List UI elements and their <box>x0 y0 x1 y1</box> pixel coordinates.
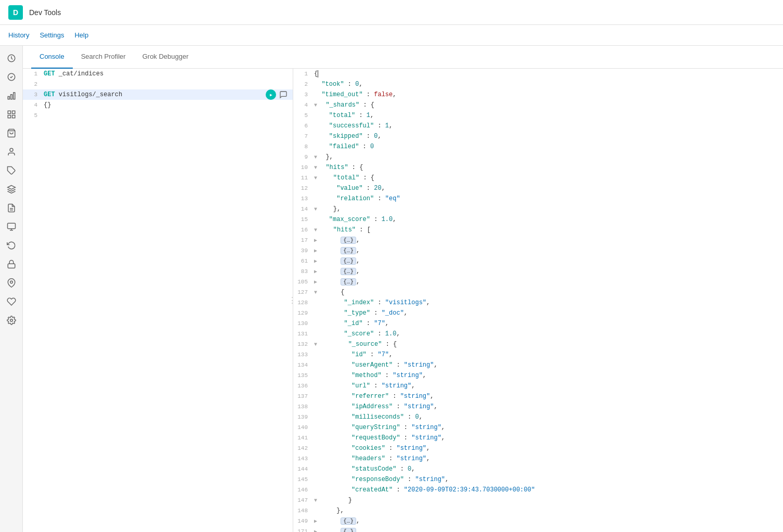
menu-help[interactable]: Help <box>74 31 88 39</box>
svg-rect-7 <box>8 115 10 118</box>
out-num-137: 137 <box>293 393 314 399</box>
sidebar-icon-user[interactable] <box>3 144 20 160</box>
out-content-144: "statusCode" : 0, <box>314 465 779 473</box>
out-content-135: "method" : "string", <box>314 372 779 379</box>
collapsed-105[interactable]: {…} <box>341 278 356 286</box>
code-line-1: 1 GET _cat/indices <box>23 69 293 79</box>
collapsed-149[interactable]: {…} <box>341 517 356 525</box>
svg-point-19 <box>10 281 12 283</box>
collapse-83[interactable]: ▶ <box>314 268 317 275</box>
output-line-141: 141 "requestBody" : "string", <box>293 433 783 443</box>
out-content-140: "queryString" : "string", <box>314 424 779 431</box>
sidebar-icon-lock[interactable] <box>3 256 20 273</box>
collapse-149[interactable]: ▶ <box>314 518 317 524</box>
sidebar-icon-check[interactable] <box>3 69 20 85</box>
out-num-171: 171 <box>293 528 314 532</box>
collapse-17[interactable]: ▶ <box>314 237 317 243</box>
out-num-149: 149 <box>293 518 314 524</box>
out-content-141: "requestBody" : "string", <box>314 434 779 442</box>
collapse-39[interactable]: ▶ <box>314 248 317 254</box>
out-num-133: 133 <box>293 352 314 358</box>
collapse-9[interactable]: ▼ <box>314 154 317 160</box>
editor-resize-handle[interactable]: ⋮ <box>291 69 293 532</box>
output-line-17: 17 ▶ {…}, <box>293 235 783 245</box>
collapse-16[interactable]: ▼ <box>314 227 317 233</box>
out-num-10: 10 <box>293 164 314 171</box>
output-line-130: 130 "_id" : "7", <box>293 318 783 329</box>
collapse-14[interactable]: ▼ <box>314 206 317 212</box>
out-content-7: "skipped" : 0, <box>314 133 779 140</box>
tab-console[interactable]: Console <box>31 46 73 69</box>
collapse-171[interactable]: ▶ <box>314 528 317 532</box>
collapse-11[interactable]: ▼ <box>314 175 317 181</box>
out-num-141: 141 <box>293 435 314 441</box>
menu-settings[interactable]: Settings <box>40 31 64 39</box>
out-content-171: {…}, <box>318 528 779 532</box>
out-content-146: "createdAt" : "2020-09-09T02:39:43.70300… <box>314 486 779 494</box>
right-editor[interactable]: 1 { 2 "took" : 0, 3 "timed_out" : false,… <box>293 69 783 532</box>
out-content-127: { <box>318 289 779 296</box>
out-num-1: 1 <box>293 71 314 77</box>
out-num-148: 148 <box>293 508 314 514</box>
collapse-10[interactable]: ▼ <box>314 165 317 171</box>
out-num-3: 3 <box>293 92 314 98</box>
out-content-145: "responseBody" : "string", <box>314 476 779 483</box>
out-content-17: {…}, <box>318 237 779 244</box>
collapsed-39[interactable]: {…} <box>341 247 356 254</box>
sidebar-icon-monitor[interactable] <box>3 218 20 235</box>
collapse-61[interactable]: ▶ <box>314 258 317 264</box>
output-line-14: 14 ▼ }, <box>293 204 783 214</box>
out-content-8: "failed" : 0 <box>314 143 779 150</box>
sidebar-icon-grid[interactable] <box>3 106 20 123</box>
sidebar-icon-clock[interactable] <box>3 50 20 67</box>
sidebar-icon-bag[interactable] <box>3 125 20 141</box>
out-content-12: "value" : 20, <box>314 185 779 192</box>
sidebar-icon-chart[interactable] <box>3 87 20 104</box>
collapsed-17[interactable]: {…} <box>341 237 356 244</box>
config-button[interactable] <box>278 89 289 100</box>
sidebar-icon-file[interactable] <box>3 200 20 216</box>
left-editor[interactable]: 1 GET _cat/indices 2 3 GET visitlogs/_se… <box>23 69 293 532</box>
out-num-16: 16 <box>293 227 314 233</box>
sidebar-icon-pin[interactable] <box>3 275 20 291</box>
svg-rect-2 <box>8 97 9 99</box>
sidebar-icon-settings[interactable] <box>3 312 20 329</box>
tab-search-profiler[interactable]: Search Profiler <box>73 46 134 69</box>
collapse-105[interactable]: ▶ <box>314 279 317 285</box>
menu-history[interactable]: History <box>8 31 29 39</box>
out-num-140: 140 <box>293 424 314 431</box>
output-line-15: 15 "max_score" : 1.0, <box>293 214 783 225</box>
out-num-142: 142 <box>293 445 314 451</box>
out-content-132: "_source" : { <box>318 341 779 348</box>
out-content-147: } <box>318 497 779 504</box>
run-button[interactable] <box>266 89 276 100</box>
output-line-128: 128 "_index" : "visitlogs", <box>293 297 783 308</box>
collapse-127[interactable]: ▼ <box>314 290 317 295</box>
tab-grok-debugger[interactable]: Grok Debugger <box>134 46 197 69</box>
collapsed-171[interactable]: {…} <box>341 528 356 532</box>
out-num-134: 134 <box>293 362 314 368</box>
out-content-4: "_shards" : { <box>318 101 779 109</box>
sidebar-icon-refresh[interactable] <box>3 237 20 254</box>
out-content-13: "relation" : "eq" <box>314 195 779 202</box>
sidebar-icon-tag[interactable] <box>3 162 20 179</box>
output-line-132: 132 ▼ "_source" : { <box>293 339 783 349</box>
collapse-4[interactable]: ▼ <box>314 102 317 108</box>
out-num-144: 144 <box>293 466 314 472</box>
collapse-147[interactable]: ▼ <box>314 498 317 503</box>
top-bar: D Dev Tools <box>0 0 783 25</box>
line-content-1: GET _cat/indices <box>44 70 289 77</box>
out-num-138: 138 <box>293 404 314 410</box>
sidebar-icon-heart[interactable] <box>3 293 20 310</box>
collapsed-83[interactable]: {…} <box>341 268 356 275</box>
output-line-146: 146 "createdAt" : "2020-09-09T02:39:43.7… <box>293 485 783 495</box>
svg-marker-12 <box>7 186 15 190</box>
line-3-actions <box>266 89 289 100</box>
out-num-136: 136 <box>293 383 314 389</box>
sidebar-icon-layers[interactable] <box>3 181 20 198</box>
out-content-128: "_index" : "visitlogs", <box>314 299 779 306</box>
out-content-131: "_score" : 1.0, <box>314 330 779 338</box>
collapse-132[interactable]: ▼ <box>314 342 317 347</box>
svg-point-10 <box>10 148 13 151</box>
collapsed-61[interactable]: {…} <box>341 257 356 265</box>
